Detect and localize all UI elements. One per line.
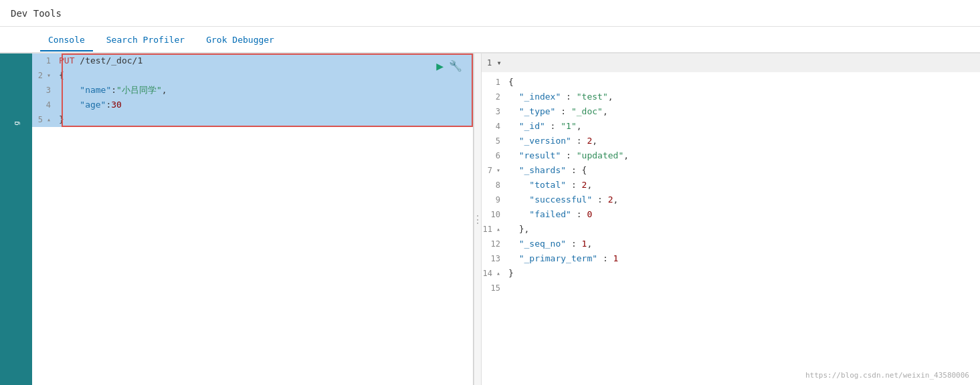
top-bar: Dev Tools bbox=[0, 0, 980, 27]
line-number-2: 2 ▾ bbox=[32, 68, 56, 83]
json-content-4: "_id" : "1", bbox=[506, 119, 582, 134]
json-line-3: 3 "_type" : "_doc", bbox=[482, 104, 980, 119]
code-line-5: 5 ▴ } bbox=[32, 112, 473, 127]
json-line-2: 2 "_index" : "test", bbox=[482, 90, 980, 104]
json-content-8: "total" : 2, bbox=[506, 178, 592, 192]
json-line-15: 15 bbox=[482, 281, 980, 295]
json-content-6: "result" : "updated", bbox=[506, 148, 629, 163]
line-number-3: 3 bbox=[32, 83, 56, 98]
json-ln-12: 12 bbox=[482, 237, 506, 251]
json-line-6: 6 "result" : "updated", bbox=[482, 148, 980, 163]
fold-json-14[interactable]: ▴ bbox=[494, 266, 500, 281]
json-line-11: 11▴ }, bbox=[482, 222, 980, 237]
tab-search-profiler[interactable]: Search Profiler bbox=[98, 29, 193, 50]
code-area: 1 PUT /test/_doc/1 2 ▾ { 3 bbox=[32, 53, 473, 127]
editor-toolbar: ▶ 🔧 bbox=[436, 59, 462, 73]
json-line-1: 1 { bbox=[482, 75, 980, 90]
json-content-12: "_seq_no" : 1, bbox=[506, 237, 592, 251]
left-sidebar: g bbox=[0, 53, 32, 385]
json-ln-15: 15 bbox=[482, 281, 506, 295]
line-content-2: { bbox=[56, 68, 64, 83]
json-line-4: 4 "_id" : "1", bbox=[482, 119, 980, 134]
line-number-1: 1 bbox=[32, 53, 56, 68]
json-content-14: } bbox=[506, 266, 514, 281]
json-content-9: "successful" : 2, bbox=[506, 192, 618, 207]
line-content-5: } bbox=[56, 112, 64, 127]
json-ln-2: 2 bbox=[482, 90, 506, 104]
json-content-1: { bbox=[506, 75, 514, 90]
json-ln-8: 8 bbox=[482, 178, 506, 192]
json-content-10: "failed" : 0 bbox=[506, 207, 592, 222]
json-content-13: "_primary_term" : 1 bbox=[506, 251, 618, 266]
json-ln-6: 6 bbox=[482, 148, 506, 163]
response-body[interactable]: 1 { 2 "_index" : "test", 3 "_type" : "_d… bbox=[482, 72, 980, 385]
main-content: g ▶ 🔧 1 PUT /test/_doc/1 bbox=[0, 53, 980, 385]
json-content-2: "_index" : "test", bbox=[506, 90, 613, 104]
fold-5[interactable]: ▴ bbox=[44, 112, 51, 127]
response-line-indicator: 1 ▾ bbox=[487, 58, 502, 68]
json-ln-4: 4 bbox=[482, 119, 506, 134]
code-line-4: 4 "age":30 bbox=[32, 98, 473, 112]
code-line-2: 2 ▾ { bbox=[32, 68, 473, 83]
json-ln-14: 14▴ bbox=[482, 266, 506, 281]
json-line-14: 14▴ } bbox=[482, 266, 980, 281]
json-line-8: 8 "total" : 2, bbox=[482, 178, 980, 192]
run-button[interactable]: ▶ bbox=[436, 59, 444, 73]
line-number-4: 4 bbox=[32, 98, 56, 112]
editor-inner[interactable]: ▶ 🔧 1 PUT /test/_doc/1 2 ▾ bbox=[32, 53, 473, 385]
json-content-7: "_shards" : { bbox=[506, 163, 587, 178]
json-ln-1: 1 bbox=[482, 75, 506, 90]
json-ln-13: 13 bbox=[482, 251, 506, 266]
watermark: https://blog.csdn.net/weixin_43580006 bbox=[805, 371, 969, 380]
json-line-12: 12 "_seq_no" : 1, bbox=[482, 237, 980, 251]
tab-bar: Console Search Profiler Grok Debugger bbox=[0, 27, 980, 53]
json-line-7: 7▾ "_shards" : { bbox=[482, 163, 980, 178]
json-content-3: "_type" : "_doc", bbox=[506, 104, 608, 119]
response-header: 1 ▾ bbox=[482, 53, 980, 72]
sidebar-label: g bbox=[12, 120, 21, 126]
code-line-3: 3 "name":"小吕同学", bbox=[32, 83, 473, 98]
json-line-5: 5 "_version" : 2, bbox=[482, 134, 980, 148]
tab-grok-debugger[interactable]: Grok Debugger bbox=[198, 29, 282, 50]
json-line-13: 13 "_primary_term" : 1 bbox=[482, 251, 980, 266]
json-ln-3: 3 bbox=[482, 104, 506, 119]
json-line-9: 9 "successful" : 2, bbox=[482, 192, 980, 207]
json-ln-5: 5 bbox=[482, 134, 506, 148]
line-content-4: "age":30 bbox=[56, 98, 122, 112]
line-content-3: "name":"小吕同学", bbox=[56, 83, 167, 98]
app-title: Dev Tools bbox=[11, 8, 62, 19]
code-line-1: 1 PUT /test/_doc/1 bbox=[32, 53, 473, 68]
json-ln-11: 11▴ bbox=[482, 222, 506, 237]
json-ln-10: 10 bbox=[482, 207, 506, 222]
editor-pane: ▶ 🔧 1 PUT /test/_doc/1 2 ▾ bbox=[32, 53, 474, 385]
line-number-5: 5 ▴ bbox=[32, 112, 56, 127]
tab-console[interactable]: Console bbox=[40, 29, 93, 50]
fold-json-7[interactable]: ▾ bbox=[494, 163, 500, 178]
json-line-10: 10 "failed" : 0 bbox=[482, 207, 980, 222]
json-content-11: }, bbox=[506, 222, 529, 237]
fold-2[interactable]: ▾ bbox=[44, 68, 51, 83]
json-content-5: "_version" : 2, bbox=[506, 134, 597, 148]
response-pane: 1 ▾ 1 { 2 "_index" : "test", 3 "_type" :… bbox=[482, 53, 980, 385]
fold-json-11[interactable]: ▴ bbox=[494, 222, 500, 237]
line-content-1: PUT /test/_doc/1 bbox=[56, 53, 142, 68]
settings-button[interactable]: 🔧 bbox=[449, 59, 462, 72]
json-ln-7: 7▾ bbox=[482, 163, 506, 178]
pane-divider[interactable]: ⋮ bbox=[474, 53, 482, 385]
json-ln-9: 9 bbox=[482, 192, 506, 207]
